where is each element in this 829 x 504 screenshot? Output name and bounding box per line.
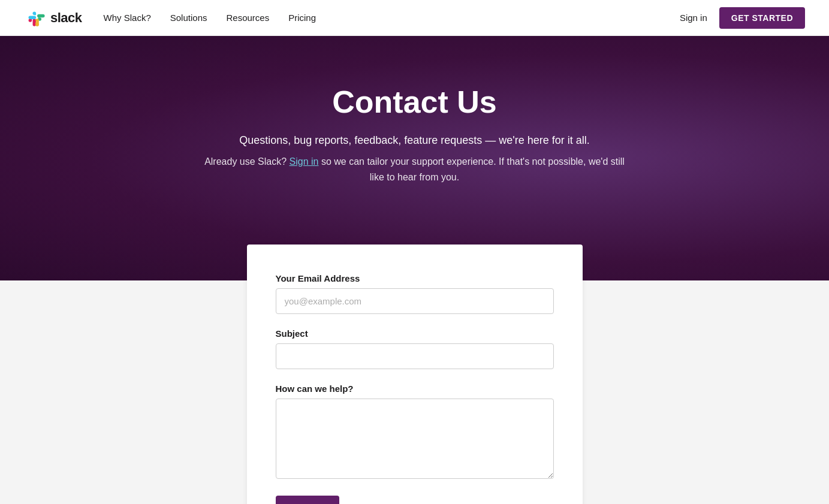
nav-right: Sign in GET STARTED [680,7,805,29]
hero-subtitle: Questions, bug reports, feedback, featur… [24,134,805,147]
hero-body-prefix: Already use Slack? [204,156,287,167]
hero-body: Already use Slack? Sign in so we can tai… [199,154,631,185]
logo-link[interactable]: slack [24,7,82,29]
email-input[interactable] [276,288,554,314]
email-label: Your Email Address [276,273,554,283]
main-content: Your Email Address Subject How can we he… [0,280,829,504]
navbar: slack Why Slack? Solutions Resources Pri… [0,0,829,36]
hero-title: Contact Us [24,84,805,120]
slack-logo-icon [24,7,46,29]
help-label: How can we help? [276,384,554,394]
help-group: How can we help? [276,384,554,481]
help-textarea[interactable] [276,399,554,479]
contact-form-card: Your Email Address Subject How can we he… [247,245,583,504]
logo-wordmark: slack [50,10,82,26]
email-group: Your Email Address [276,273,554,314]
nav-resources[interactable]: Resources [226,13,269,23]
nav-left: slack Why Slack? Solutions Resources Pri… [24,7,316,29]
sign-in-nav-link[interactable]: Sign in [680,13,707,23]
nav-why-slack[interactable]: Why Slack? [104,13,151,23]
subject-label: Subject [276,328,554,339]
subject-input[interactable] [276,343,554,369]
hero-sign-in-link[interactable]: Sign in [290,156,319,167]
subject-group: Subject [276,328,554,369]
hero-section: Contact Us Questions, bug reports, feedb… [0,36,829,280]
hero-body-suffix: so we can tailor your support experience… [321,156,625,182]
send-button[interactable]: SEND [276,496,340,504]
nav-solutions[interactable]: Solutions [170,13,207,23]
nav-links: Why Slack? Solutions Resources Pricing [104,13,316,23]
nav-pricing[interactable]: Pricing [288,13,316,23]
get-started-button[interactable]: GET STARTED [719,7,805,29]
